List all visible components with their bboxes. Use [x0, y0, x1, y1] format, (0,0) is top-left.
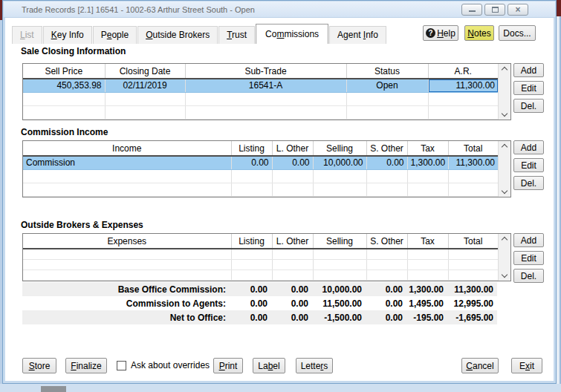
- column-header[interactable]: A.R.: [428, 64, 498, 79]
- sell-price-cell: 450,353.98: [23, 79, 105, 92]
- help-label: Help: [437, 28, 455, 39]
- table-row[interactable]: [23, 183, 498, 196]
- column-header[interactable]: Listing: [231, 234, 272, 249]
- outside-brokers-add-button[interactable]: Add: [513, 233, 544, 247]
- sale-closing-del-button[interactable]: Del.: [513, 99, 544, 113]
- close-button[interactable]: ×: [508, 4, 528, 16]
- tab-trust[interactable]: Trust: [218, 26, 255, 44]
- totals-label: Commission to Agents:: [22, 298, 230, 309]
- column-header[interactable]: Closing Date: [105, 64, 185, 79]
- column-header[interactable]: Expenses: [23, 234, 231, 249]
- column-header[interactable]: Income: [23, 141, 231, 156]
- cancel-button[interactable]: Cancel: [461, 358, 499, 373]
- sale-closing-edit-button[interactable]: Edit: [513, 81, 544, 95]
- table-row[interactable]: [23, 249, 498, 259]
- column-header[interactable]: Selling: [313, 141, 366, 156]
- commission-income-table: Income Listing L. Other Selling S. Other…: [22, 140, 511, 197]
- tax-cell: 1,300.00: [407, 156, 448, 169]
- tab-people[interactable]: People: [93, 26, 137, 44]
- column-header[interactable]: Selling: [313, 234, 366, 249]
- parent-window-bottom-edge: [0, 384, 561, 392]
- letters-button[interactable]: Letters: [296, 358, 333, 373]
- commission-income-add-button[interactable]: Add: [513, 140, 544, 154]
- commission-income-del-button[interactable]: Del.: [513, 176, 544, 190]
- total-cell: 11,300.00: [448, 156, 498, 169]
- column-header[interactable]: Total: [448, 141, 498, 156]
- scrollbar[interactable]: [498, 141, 510, 197]
- column-header[interactable]: L. Other: [272, 234, 313, 249]
- scroll-down-icon[interactable]: [502, 110, 508, 116]
- minimize-button[interactable]: [461, 4, 482, 16]
- outside-brokers-section-title: Outside Brokers & Expenses: [21, 220, 143, 230]
- minimize-icon: [469, 10, 476, 12]
- scrollbar[interactable]: [498, 234, 510, 281]
- print-button[interactable]: Print: [213, 358, 243, 373]
- table-row[interactable]: [23, 169, 498, 183]
- sale-closing-table: Sell Price Closing Date Sub-Trade Status…: [22, 63, 511, 120]
- sub-trade-cell: 16541-A: [185, 79, 346, 92]
- ar-cell: 11,300.00: [428, 79, 498, 92]
- totals-label: Base Office Commission:: [22, 284, 230, 295]
- tab-key-info[interactable]: Key Info: [43, 26, 92, 44]
- notes-label: Notes: [467, 28, 490, 39]
- outside-brokers-header-row: Expenses Listing L. Other Selling S. Oth…: [23, 234, 498, 249]
- column-header[interactable]: Listing: [231, 141, 272, 156]
- totals-row-net-to-office: Net to Office: 0.00 0.00 -1,500.00 0.00 …: [22, 310, 497, 324]
- column-header[interactable]: Sell Price: [23, 64, 105, 79]
- scroll-up-icon[interactable]: [502, 144, 508, 150]
- table-row[interactable]: [23, 270, 498, 280]
- table-row[interactable]: [23, 105, 498, 119]
- commission-income-edit-button[interactable]: Edit: [513, 158, 544, 172]
- scroll-down-icon[interactable]: [502, 187, 508, 193]
- scroll-down-icon[interactable]: [502, 271, 508, 277]
- column-header[interactable]: L. Other: [272, 141, 313, 156]
- selling-cell: 10,000.00: [313, 156, 366, 169]
- docs-button[interactable]: Docs...: [499, 25, 536, 41]
- scroll-up-icon[interactable]: [502, 67, 508, 73]
- outside-brokers-table: Expenses Listing L. Other Selling S. Oth…: [22, 233, 511, 281]
- help-button[interactable]: ? Help: [423, 25, 458, 41]
- label-button[interactable]: Label: [253, 358, 285, 373]
- commission-income-row-selected[interactable]: Commission 0.00 0.00 10,000.00 0.00 1,30…: [23, 156, 498, 169]
- parent-window-close-sliver: [556, 0, 561, 16]
- totals-row-commission-to-agents: Commission to Agents: 0.00 0.00 11,500.0…: [22, 296, 497, 310]
- commission-totals: Base Office Commission: 0.00 0.00 10,000…: [22, 282, 497, 324]
- column-header[interactable]: Sub-Trade: [185, 64, 346, 79]
- column-header[interactable]: S. Other: [366, 141, 407, 156]
- column-header[interactable]: Tax: [407, 141, 448, 156]
- scroll-up-icon[interactable]: [502, 237, 508, 243]
- maximize-icon: [492, 7, 499, 13]
- tab-strip: List Key Info People Outside Brokers Tru…: [12, 24, 387, 44]
- close-icon: ×: [515, 6, 520, 13]
- tab-agent-info[interactable]: Agent Info: [329, 26, 386, 44]
- s-other-cell: 0.00: [366, 156, 407, 169]
- sale-closing-add-button[interactable]: Add: [513, 63, 544, 77]
- scrollbar[interactable]: [498, 64, 510, 120]
- trade-records-window: Trade Records [2.1] 16541 - 1002-63 Arth…: [2, 0, 557, 384]
- outside-brokers-del-button[interactable]: Del.: [513, 269, 544, 283]
- sale-closing-header-row: Sell Price Closing Date Sub-Trade Status…: [23, 64, 498, 79]
- tab-commissions[interactable]: Commissions: [256, 24, 328, 44]
- sale-closing-section-title: Sale Closing Information: [21, 46, 126, 56]
- exit-button[interactable]: Exit: [511, 358, 542, 373]
- outside-brokers-edit-button[interactable]: Edit: [513, 251, 544, 265]
- ask-about-overrides-checkbox[interactable]: [117, 361, 126, 370]
- window-title: Trade Records [2.1] 16541 - 1002-63 Arth…: [4, 5, 255, 14]
- title-bar[interactable]: Trade Records [2.1] 16541 - 1002-63 Arth…: [4, 1, 555, 18]
- column-header[interactable]: Total: [448, 234, 498, 249]
- commission-income-section-title: Commission Income: [21, 127, 108, 137]
- column-header[interactable]: Tax: [407, 234, 448, 249]
- parent-window-bottom-fragment: [41, 386, 66, 392]
- column-header[interactable]: S. Other: [366, 234, 407, 249]
- ask-about-overrides-label: Ask about overrides: [131, 360, 210, 370]
- sale-closing-row-selected[interactable]: 450,353.98 02/11/2019 16541-A Open 11,30…: [23, 79, 498, 92]
- column-header[interactable]: Status: [346, 64, 428, 79]
- maximize-button[interactable]: [484, 4, 505, 16]
- table-row[interactable]: [23, 259, 498, 270]
- notes-button[interactable]: Notes: [464, 25, 494, 41]
- store-button[interactable]: Store: [22, 358, 56, 373]
- table-row[interactable]: [23, 92, 498, 105]
- closing-date-cell: 02/11/2019: [105, 79, 185, 92]
- tab-outside-brokers[interactable]: Outside Brokers: [137, 26, 218, 44]
- finalize-button[interactable]: Finalize: [65, 358, 107, 373]
